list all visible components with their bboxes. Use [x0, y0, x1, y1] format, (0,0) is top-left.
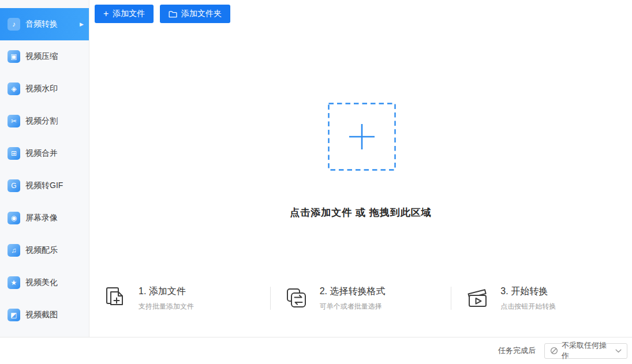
- after-task-action-value: 不采取任何操作: [562, 340, 612, 361]
- sidebar-item-video-to-gif[interactable]: G 视频转GIF: [0, 170, 89, 202]
- step-choose-format: 2. 选择转换格式 可单个或者批量选择: [271, 286, 451, 312]
- sidebar-item-label: 视频压缩: [25, 51, 58, 62]
- folder-icon: [169, 10, 177, 18]
- clapperboard-play-icon: [465, 286, 491, 311]
- chevron-right-icon: ▶: [80, 22, 84, 27]
- sidebar-item-video-merge[interactable]: ⊞ 视频合并: [0, 137, 89, 170]
- footer-bar: 任务完成后 不采取任何操作: [0, 337, 632, 364]
- sidebar-item-label: 视频分割: [25, 116, 58, 126]
- step-title: 2. 选择转换格式: [320, 286, 386, 298]
- app-window: ♪ 音频转换 ▶ ▣ 视频压缩 ◈ 视频水印 ✂ 视频分割 ⊞ 视频合并 G 视…: [0, 0, 632, 364]
- video-screenshot-icon: ◩: [8, 309, 20, 321]
- sidebar-item-label: 音频转换: [25, 19, 58, 29]
- sidebar-item-audio-convert[interactable]: ♪ 音频转换 ▶: [0, 8, 89, 40]
- sidebar-item-screen-record[interactable]: ◉ 屏幕录像: [0, 202, 89, 234]
- audio-convert-icon: ♪: [8, 18, 20, 31]
- sidebar: ♪ 音频转换 ▶ ▣ 视频压缩 ◈ 视频水印 ✂ 视频分割 ⊞ 视频合并 G 视…: [0, 0, 89, 337]
- chevron-down-icon: [615, 349, 622, 353]
- video-beautify-icon: ★: [8, 276, 20, 289]
- step-title: 1. 添加文件: [139, 286, 194, 298]
- sidebar-item-video-music[interactable]: ♫ 视频配乐: [0, 234, 89, 267]
- sidebar-item-video-split[interactable]: ✂ 视频分割: [0, 105, 89, 137]
- step-add-files: 1. 添加文件 支持批量添加文件: [89, 286, 270, 312]
- sidebar-item-video-watermark[interactable]: ◈ 视频水印: [0, 73, 89, 105]
- sidebar-item-label: 视频转GIF: [25, 181, 63, 191]
- sidebar-item-label: 视频截图: [25, 310, 58, 320]
- no-action-icon: [550, 347, 558, 355]
- sidebar-item-label: 视频水印: [25, 84, 58, 94]
- add-file-button[interactable]: + 添加文件: [95, 5, 154, 23]
- add-folder-button[interactable]: 添加文件夹: [160, 5, 230, 23]
- sidebar-item-video-beautify[interactable]: ★ 视频美化: [0, 267, 89, 299]
- dashed-border-plus-icon: [328, 103, 396, 171]
- video-merge-icon: ⊞: [8, 147, 20, 160]
- files-plus-icon: [103, 286, 129, 311]
- add-file-button-label: 添加文件: [113, 9, 145, 19]
- plus-icon: +: [103, 9, 109, 18]
- video-music-icon: ♫: [8, 244, 20, 257]
- sidebar-item-label: 屏幕录像: [25, 213, 58, 223]
- sidebar-item-video-screenshot[interactable]: ◩ 视频截图: [0, 299, 89, 331]
- step-subtitle: 点击按钮开始转换: [500, 302, 556, 312]
- after-task-label: 任务完成后: [498, 346, 536, 356]
- video-compress-icon: ▣: [8, 50, 20, 63]
- steps-row: 1. 添加文件 支持批量添加文件 2. 选择转换格式 可单个或者批量选择: [89, 276, 632, 321]
- sidebar-item-label: 视频美化: [25, 277, 58, 288]
- sidebar-item-label: 视频合并: [25, 148, 58, 159]
- video-to-gif-icon: G: [8, 179, 20, 192]
- step-subtitle: 支持批量添加文件: [139, 302, 194, 312]
- sidebar-item-label: 视频配乐: [25, 245, 58, 256]
- step-title: 3. 开始转换: [500, 286, 556, 298]
- video-split-icon: ✂: [8, 115, 20, 127]
- sidebar-item-video-compress[interactable]: ▣ 视频压缩: [0, 40, 89, 73]
- file-drop-zone[interactable]: [328, 103, 396, 171]
- screen-record-icon: ◉: [8, 212, 20, 224]
- dropzone-hint-text: 点击添加文件 或 拖拽到此区域: [89, 206, 632, 219]
- step-start-convert: 3. 开始转换 点击按钮开始转换: [451, 286, 632, 312]
- add-folder-button-label: 添加文件夹: [181, 9, 222, 19]
- step-subtitle: 可单个或者批量选择: [320, 302, 386, 312]
- after-task-action-dropdown[interactable]: 不采取任何操作: [544, 343, 627, 359]
- video-watermark-icon: ◈: [8, 82, 20, 95]
- format-switch-icon: [285, 286, 310, 311]
